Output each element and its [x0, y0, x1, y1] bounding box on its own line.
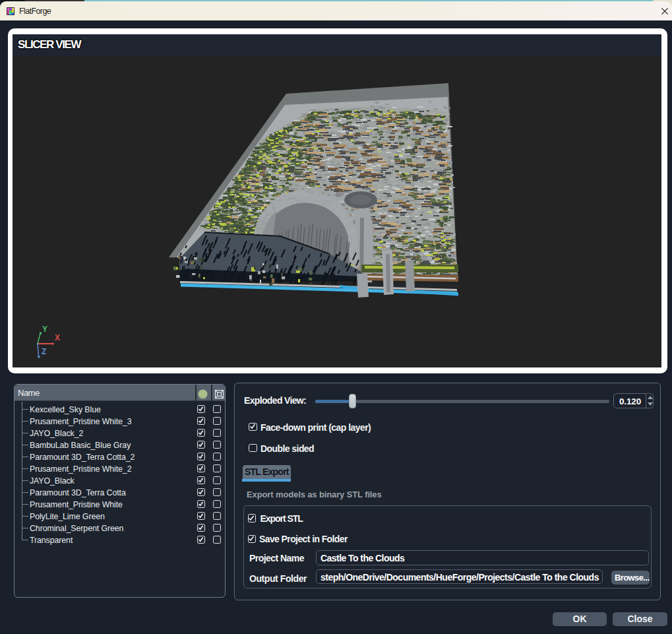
svg-text:X: X	[55, 333, 60, 342]
svg-text:Y: Y	[42, 325, 47, 334]
svg-text:Z: Z	[42, 347, 46, 356]
